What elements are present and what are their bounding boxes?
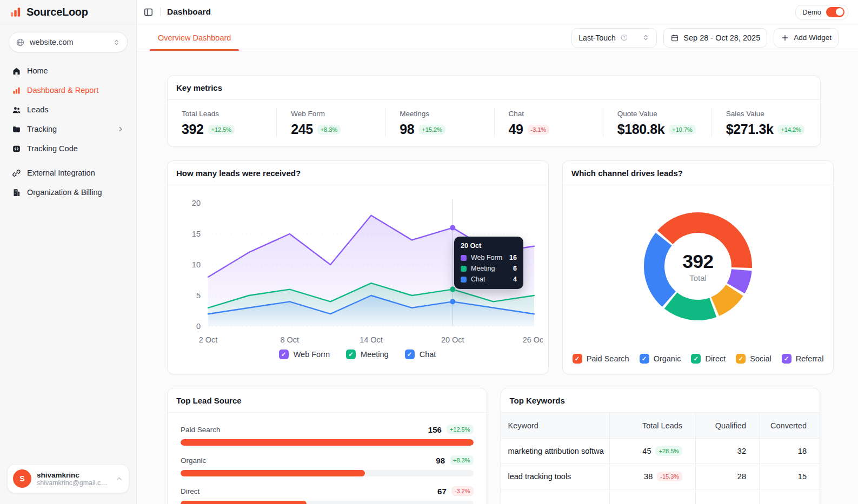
chevron-right-icon: [117, 125, 124, 133]
svg-text:20 Oct: 20 Oct: [441, 335, 464, 344]
bar-chart-icon: [12, 86, 21, 95]
col-total-leads: Total Leads: [609, 413, 695, 439]
sidebar-item-label: External Integration: [27, 169, 95, 177]
bar-fill: [181, 470, 365, 476]
change-badge: +8.3%: [317, 125, 341, 135]
donut-chart-title: Which channel drives leads?: [571, 169, 683, 178]
svg-text:5: 5: [196, 291, 201, 300]
svg-text:2 Oct: 2 Oct: [199, 335, 218, 344]
brand-name: SourceLoop: [26, 6, 88, 18]
brand-logo: SourceLoop: [0, 0, 136, 24]
donut-legend: Paid Search Organic Direct Social Referr…: [573, 354, 824, 364]
bar-track: [181, 501, 474, 504]
checkbox-icon: [640, 354, 649, 364]
channel-donut-card: Which channel drives leads? 392 Total Pa…: [562, 160, 834, 374]
globe-icon: [16, 38, 25, 47]
chat-swatch: [461, 277, 467, 283]
avatar: S: [13, 469, 31, 488]
checkbox-icon: [346, 350, 356, 359]
change-badge: +8.3%: [450, 455, 474, 465]
page-title: Dashboard: [167, 7, 211, 17]
sidebar-item-home[interactable]: Home: [6, 61, 130, 80]
svg-text:20: 20: [192, 199, 201, 207]
change-badge: +28.5%: [655, 446, 682, 456]
sidebar-item-label: Organization & Billing: [27, 188, 102, 197]
meeting-swatch: [461, 266, 467, 272]
attribution-select[interactable]: Last-Touch: [571, 28, 657, 48]
metric-chat: Chat 49-3.1%: [494, 108, 603, 137]
link-icon: [12, 169, 21, 178]
demo-label: Demo: [802, 8, 821, 16]
lead-source-row-organic: Organic 98+8.3%: [181, 455, 474, 476]
brand-bar-chart-icon: [9, 6, 22, 18]
demo-switch[interactable]: [826, 7, 844, 17]
metric-web-form: Web Form 245+8.3%: [276, 108, 385, 137]
key-metrics-card: Key metrics Total Leads 392+12.5% Web Fo…: [167, 75, 821, 147]
checkbox-icon: [405, 350, 415, 359]
sidebar-nav: Home Dashboard & Report Leads Tracking T…: [0, 58, 136, 205]
website-name: website.com: [30, 38, 108, 46]
col-converted: Converted: [759, 413, 820, 439]
change-badge: +15.2%: [418, 125, 445, 135]
checkbox-icon: [782, 354, 792, 364]
top-keywords-card: Top Keywords Keyword Total Leads Qualifi…: [501, 388, 821, 504]
legend-organic[interactable]: Organic: [640, 354, 681, 364]
sidebar-item-leads[interactable]: Leads: [6, 100, 130, 119]
chevron-up-down-icon: [112, 38, 121, 46]
keyword-row: marketing attribution software 45+28.5% …: [501, 439, 820, 464]
legend-web-form[interactable]: Web Form: [279, 350, 330, 359]
leads-received-card: How many leads were received? 051015202 …: [167, 160, 549, 374]
tab-overview-dashboard[interactable]: Overview Dashboard: [150, 24, 239, 51]
code-icon: [12, 144, 21, 153]
change-badge: +12.5%: [208, 125, 235, 135]
top-lead-source-card: Top Lead Source Paid Search 156+12.5% Or…: [167, 388, 487, 504]
checkbox-icon: [736, 354, 746, 364]
channel-donut-chart: 392 Total Paid Search Organic Direct Soc…: [563, 185, 833, 374]
date-range-picker[interactable]: Sep 28 - Oct 28, 2025: [663, 28, 767, 48]
sidebar-item-external-integration[interactable]: External Integration: [6, 163, 130, 183]
sidebar-item-tracking-code[interactable]: Tracking Code: [6, 139, 130, 158]
building-icon: [12, 188, 21, 197]
legend-social[interactable]: Social: [736, 354, 771, 364]
attribution-value: Last-Touch: [578, 33, 615, 42]
sidebar-item-tracking[interactable]: Tracking: [6, 119, 130, 139]
sidebar-item-label: Tracking Code: [27, 144, 78, 153]
change-badge: -3.1%: [528, 125, 550, 135]
sidebar-item-label: Home: [27, 66, 48, 75]
bar-fill: [181, 439, 474, 446]
bar-track: [181, 470, 474, 476]
metric-meetings: Meetings 98+15.2%: [385, 108, 494, 137]
legend-paid-search[interactable]: Paid Search: [573, 354, 629, 364]
legend-chat[interactable]: Chat: [405, 350, 436, 359]
line-chart-legend: Web Form Meeting Chat: [170, 350, 545, 359]
sidebar-toggle-icon[interactable]: [143, 7, 154, 17]
lead-source-row-paid-search: Paid Search 156+12.5%: [181, 425, 474, 446]
leads-line-chart: 051015202 Oct8 Oct14 Oct20 Oct26 Oct 20 …: [168, 185, 548, 359]
svg-text:0: 0: [196, 322, 201, 331]
top-keywords-title: Top Keywords: [510, 396, 565, 405]
change-badge: +14.2%: [777, 125, 804, 135]
dashboard-content: Key metrics Total Leads 392+12.5% Web Fo…: [137, 51, 858, 504]
website-selector[interactable]: website.com: [9, 32, 128, 52]
user-profile[interactable]: S shivamkrinc shivamkrinc@gmail.com: [7, 464, 129, 493]
legend-direct[interactable]: Direct: [691, 354, 726, 364]
legend-referral[interactable]: Referral: [782, 354, 824, 364]
plus-icon: [781, 33, 789, 42]
divider: [160, 8, 161, 16]
change-badge: -3.2%: [451, 486, 474, 496]
sidebar-item-dashboard-report[interactable]: Dashboard & Report: [6, 80, 130, 100]
svg-text:26 Oct: 26 Oct: [523, 335, 543, 344]
add-widget-button[interactable]: Add Widget: [774, 28, 839, 48]
bar-track: [181, 439, 474, 446]
change-badge: -15.3%: [657, 472, 682, 481]
key-metrics-title: Key metrics: [176, 83, 222, 92]
user-name: shivamkrinc: [37, 471, 110, 479]
checkbox-icon: [691, 354, 701, 364]
legend-meeting[interactable]: Meeting: [346, 350, 389, 359]
top-lead-source-title: Top Lead Source: [176, 396, 242, 405]
sidebar-item-organization-billing[interactable]: Organization & Billing: [6, 183, 130, 202]
keywords-table: Keyword Total Leads Qualified Converted …: [501, 413, 820, 504]
demo-toggle-pill: Demo: [795, 5, 848, 19]
col-keyword: Keyword: [501, 413, 609, 439]
metric-total-leads: Total Leads 392+12.5%: [168, 108, 276, 137]
